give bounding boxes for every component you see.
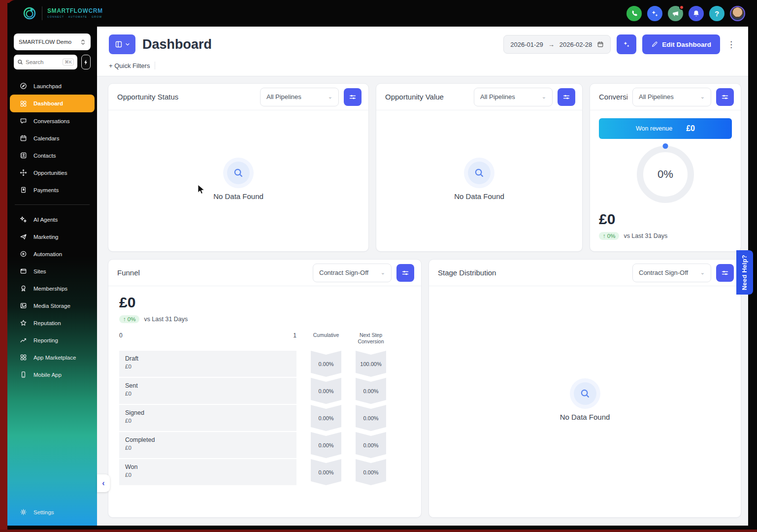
sidebar-item-mobile-app[interactable]: Mobile App	[7, 366, 97, 383]
chevron-down-icon: ⌄	[542, 94, 546, 100]
widget-filter-button[interactable]	[558, 88, 575, 106]
sidebar-item-calendars[interactable]: Calendars	[7, 130, 97, 147]
conversion-gauge: 0%	[637, 146, 694, 203]
empty-state-text: No Data Found	[560, 413, 610, 421]
pipeline-select[interactable]: Contract Sign-Off ⌄	[313, 264, 392, 282]
pipeline-select[interactable]: All Pipelines ⌄	[474, 88, 553, 106]
bell-icon[interactable]	[689, 6, 704, 21]
bell-icon	[692, 9, 700, 18]
sidebar-item-label: Opportunities	[33, 170, 67, 176]
sidebar: SMARTFLOW Demo ⌘K	[7, 27, 97, 526]
funnel-stage-won[interactable]: Won£0	[119, 459, 296, 485]
calendars-icon	[20, 134, 27, 142]
sidebar-item-reporting[interactable]: Reporting	[7, 332, 97, 349]
ai-agents-icon	[20, 216, 27, 223]
sidebar-item-conversations[interactable]: Conversations	[7, 112, 97, 130]
quick-filters-button[interactable]: + Quick Filters	[109, 62, 150, 69]
megaphone-icon[interactable]	[668, 6, 683, 21]
help-icon[interactable]: ?	[709, 6, 724, 21]
card-title: Opportunity Status	[117, 93, 255, 101]
card-title: Funnel	[117, 268, 308, 277]
cumulative-cell: 0.00%	[311, 432, 341, 458]
empty-state-text: No Data Found	[213, 192, 263, 200]
sidebar-item-opportunities[interactable]: Opportunities	[7, 164, 97, 181]
sidebar-item-dashboard[interactable]: Dashboard	[10, 95, 95, 112]
card-funnel: Funnel Contract Sign-Off ⌄	[108, 259, 422, 518]
phone-icon[interactable]	[626, 6, 642, 21]
more-options-button[interactable]: ⋮	[726, 39, 736, 50]
card-title: Opportunity Value	[385, 93, 469, 101]
sidebar-item-settings[interactable]: Settings	[7, 503, 97, 521]
avatar[interactable]	[730, 6, 745, 21]
marketing-icon	[20, 233, 27, 240]
cumulative-cell: 0.00%	[311, 459, 341, 485]
need-help-tab[interactable]: Need Help?	[736, 250, 753, 295]
sparkles-icon[interactable]	[647, 6, 662, 21]
sidebar-item-launchpad[interactable]: Launchpad	[7, 77, 97, 95]
sparkles-icon	[651, 9, 659, 18]
brand-tagline: CONNECT · AUTOMATE · GROW	[47, 16, 103, 19]
funnel-chart: 0 1 Draft£0Sent£0Signed£0Completed£0Won£…	[119, 331, 410, 512]
sidebar-item-label: Reporting	[33, 337, 58, 343]
dashboard-layout-button[interactable]	[109, 34, 135, 54]
widget-filter-button[interactable]	[344, 88, 362, 106]
delta-badge: ↑0%	[119, 315, 139, 323]
stage-name: Signed	[125, 409, 291, 416]
edit-dashboard-button[interactable]: Edit Dashboard	[642, 34, 720, 54]
automation-icon	[20, 250, 27, 258]
funnel-col-header: Cumulative	[313, 332, 339, 338]
sidebar-item-label: Calendars	[33, 135, 59, 141]
conversations-icon	[20, 117, 27, 125]
card-stage-distribution: Stage Distribution Contract Sign-Off ⌄	[428, 259, 741, 518]
topbar-icon-group: ?	[626, 6, 745, 21]
won-revenue-value: £0	[686, 124, 695, 133]
funnel-stage-completed[interactable]: Completed£0	[119, 432, 296, 458]
widget-filter-button[interactable]	[396, 264, 414, 282]
card-title: Stage Distribution	[438, 268, 627, 277]
widget-filter-button[interactable]	[716, 88, 734, 106]
quick-actions-button[interactable]	[81, 55, 91, 69]
desktop-frame-bottom	[0, 530, 757, 532]
card-title: Conversion	[599, 93, 627, 101]
date-range-picker[interactable]: 2026-01-29 → 2026-02-28	[503, 35, 611, 54]
pipeline-select[interactable]: All Pipelines ⌄	[260, 88, 339, 106]
next-step-cell: 0.00%	[356, 405, 386, 431]
sidebar-item-contacts[interactable]: Contacts	[7, 147, 97, 164]
sliders-icon	[721, 269, 729, 277]
sidebar-item-sites[interactable]: Sites	[7, 263, 97, 280]
sidebar-item-marketing[interactable]: Marketing	[7, 228, 97, 245]
user-avatar-image	[731, 7, 744, 20]
sidebar-item-label: AI Agents	[33, 217, 58, 223]
funnel-stage-signed[interactable]: Signed£0	[119, 405, 296, 431]
next-step-cell: 100.00%	[356, 351, 386, 377]
dashboard-grid: Opportunity Status All Pipelines ⌄	[97, 76, 748, 526]
funnel-stage-sent[interactable]: Sent£0	[119, 378, 296, 404]
card-opportunity-value: Opportunity Value All Pipelines ⌄	[376, 83, 583, 252]
sidebar-item-automation[interactable]: Automation	[7, 245, 97, 263]
media-storage-icon	[20, 302, 27, 309]
pipeline-select[interactable]: All Pipelines ⌄	[632, 88, 711, 106]
search-input[interactable]	[26, 59, 60, 65]
arrow-up-icon: ↑	[603, 233, 606, 239]
funnel-stage-draft[interactable]: Draft£0	[119, 351, 296, 377]
sidebar-item-memberships[interactable]: Memberships	[7, 280, 97, 297]
search-box[interactable]: ⌘K	[14, 55, 77, 69]
sidebar-item-media-storage[interactable]: Media Storage	[7, 297, 97, 314]
brand-name: SMARTFLOWCRM	[47, 8, 103, 15]
sidebar-collapse-button[interactable]: ‹	[97, 474, 110, 492]
pipeline-select[interactable]: Contract Sign-Off ⌄	[632, 264, 711, 282]
sidebar-item-payments[interactable]: Payments	[7, 181, 97, 199]
widget-filter-button[interactable]	[716, 264, 734, 282]
chevron-down-icon: ⌄	[700, 94, 705, 100]
sidebar-item-app-marketplace[interactable]: App Marketplace	[7, 349, 97, 366]
ai-suggest-button[interactable]	[617, 34, 636, 54]
empty-state: No Data Found	[108, 110, 368, 251]
sidebar-item-label: Dashboard	[33, 100, 63, 106]
stage-value: £0	[125, 445, 291, 451]
sidebar-item-label: Mobile App	[33, 372, 62, 378]
sidebar-item-ai-agents[interactable]: AI Agents	[7, 211, 97, 228]
magic-wand-icon	[623, 40, 630, 48]
sidebar-item-reputation[interactable]: Reputation	[7, 314, 97, 332]
cumulative-cell: 0.00%	[311, 405, 341, 431]
account-selector[interactable]: SMARTFLOW Demo	[14, 33, 91, 50]
